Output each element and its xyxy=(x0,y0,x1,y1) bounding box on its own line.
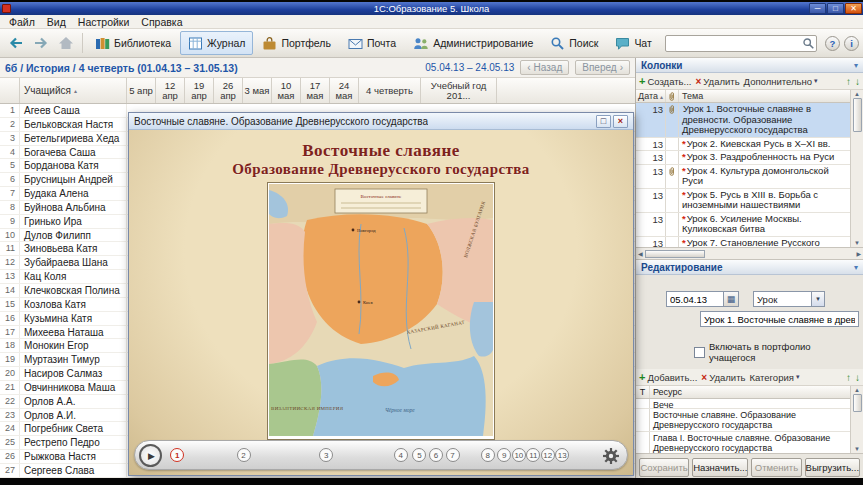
maximize-icon[interactable]: □ xyxy=(827,3,844,14)
lesson-topic-field[interactable] xyxy=(700,311,859,327)
slide-marker[interactable]: 7 xyxy=(446,448,460,462)
scroll-down-icon[interactable]: ▼ xyxy=(854,446,860,452)
resource-row[interactable]: Глава I. Восточные славяне. Образование … xyxy=(636,432,850,453)
delete-resource-button[interactable]: ×Удалить xyxy=(701,372,745,383)
lesson-type-select[interactable]: Урок ▾ xyxy=(753,291,825,307)
lesson-row[interactable]: 13 *Урок 4. Культура домонгольской Руси xyxy=(636,165,850,189)
lesson-date-field[interactable] xyxy=(666,291,724,307)
tab-admin[interactable]: Администрирование xyxy=(405,31,541,55)
tab-portfolio[interactable]: Портфель xyxy=(254,31,339,55)
minimize-icon[interactable]: ─ xyxy=(809,3,826,14)
date-column-header[interactable]: 5 апр xyxy=(127,78,156,103)
date-column-header[interactable]: 19 апр xyxy=(185,78,214,103)
settings-gear-icon[interactable] xyxy=(601,446,621,466)
move-up-icon[interactable]: ↑ xyxy=(846,76,851,87)
date-header-cell[interactable]: Дата▴ xyxy=(636,90,666,102)
lesson-row[interactable]: 13 *Урок 2. Киевская Русь в X–XI вв. xyxy=(636,138,850,152)
tab-mail[interactable]: Почта xyxy=(340,31,404,55)
scrollbar-thumb[interactable] xyxy=(853,394,862,412)
delete-column-button[interactable]: ×Удалить xyxy=(695,76,739,87)
type-header-cell[interactable]: Т xyxy=(636,386,650,398)
forward-button[interactable] xyxy=(29,31,53,55)
resource-row[interactable]: Восточные славяне. Образование Древнерус… xyxy=(636,409,850,432)
slide-marker[interactable]: 5 xyxy=(412,448,426,462)
slide-marker[interactable]: 10 xyxy=(512,448,526,462)
slide-marker[interactable]: 2 xyxy=(237,448,251,462)
cancel-button[interactable]: Отменить xyxy=(751,458,801,477)
scrollbar-thumb[interactable] xyxy=(853,98,862,132)
lesson-row[interactable]: 13 *Урок 3. Раздробленность на Руси xyxy=(636,151,850,165)
menu-help[interactable]: Справка xyxy=(135,16,188,28)
close-icon[interactable]: ✕ xyxy=(845,3,862,14)
scroll-up-icon[interactable]: ▲ xyxy=(854,387,860,393)
move-down-icon[interactable]: ↓ xyxy=(855,372,860,383)
lesson-row[interactable]: 13 *Урок 6. Усиление Москвы. Куликовская… xyxy=(636,213,850,237)
add-resource-button[interactable]: +Добавить... xyxy=(639,371,697,383)
scroll-right-icon[interactable]: ▶ xyxy=(856,250,861,257)
scroll-left-icon[interactable]: ◀ xyxy=(638,250,643,257)
assign-button[interactable]: Назначить... xyxy=(692,458,748,477)
resources-scrollbar[interactable]: ▲ ▼ xyxy=(850,386,863,453)
date-column-header[interactable]: 24 мая xyxy=(330,78,359,103)
tab-chat[interactable]: Чат xyxy=(607,31,659,55)
play-button[interactable]: ▶ xyxy=(139,444,162,467)
slide-marker[interactable]: 4 xyxy=(394,448,408,462)
columns-section-header[interactable]: Колонки ▾ xyxy=(636,58,863,73)
slide-marker[interactable]: 1 xyxy=(170,448,184,462)
back-period-button[interactable]: ‹Назад xyxy=(520,60,569,75)
lessons-hscrollbar[interactable]: ◀ ▶ xyxy=(636,248,863,260)
topic-header-cell[interactable]: Тема xyxy=(679,90,850,102)
lessons-scrollbar[interactable]: ▲ ▼ xyxy=(850,90,863,247)
edit-section-header[interactable]: Редактирование ▾ xyxy=(636,260,863,275)
popup-close-icon[interactable]: × xyxy=(613,115,628,128)
create-column-button[interactable]: +Создать... xyxy=(639,75,691,87)
move-down-icon[interactable]: ↓ xyxy=(855,76,860,87)
calendar-icon[interactable]: ▦ xyxy=(724,291,739,307)
home-button[interactable] xyxy=(54,31,78,55)
category-button[interactable]: Категория▾ xyxy=(749,372,799,383)
date-column-header[interactable]: 17 мая xyxy=(301,78,330,103)
slide-marker[interactable]: 8 xyxy=(481,448,495,462)
more-button[interactable]: Дополнительно▾ xyxy=(744,76,818,87)
search-icon[interactable] xyxy=(802,37,815,50)
collapse-icon[interactable]: ▾ xyxy=(854,263,858,272)
popup-maximize-icon[interactable]: □ xyxy=(596,115,611,128)
resource-header-cell[interactable]: Ресурс xyxy=(650,386,850,398)
back-button[interactable] xyxy=(4,31,28,55)
tab-journal[interactable]: Журнал xyxy=(180,31,253,55)
date-column-header[interactable]: 3 мая xyxy=(243,78,272,103)
attachment-header-cell[interactable] xyxy=(666,90,679,102)
resource-row[interactable]: Вече xyxy=(636,399,850,409)
date-column-header[interactable]: 12 апр xyxy=(156,78,185,103)
slide-marker[interactable]: 9 xyxy=(497,448,511,462)
date-column-header[interactable]: 26 апр xyxy=(214,78,243,103)
date-column-header[interactable]: Учебный год 201... xyxy=(421,78,497,103)
forward-period-button[interactable]: Вперед› xyxy=(575,60,630,75)
collapse-icon[interactable]: ▾ xyxy=(854,61,858,70)
tab-library[interactable]: Библиотека xyxy=(87,31,179,55)
help-button[interactable]: ? xyxy=(825,36,840,51)
slide-marker[interactable]: 13 xyxy=(555,448,569,462)
slide-marker[interactable]: 12 xyxy=(541,448,555,462)
date-column-header[interactable]: 4 четверть xyxy=(359,78,421,103)
hscrollbar-thumb[interactable] xyxy=(645,250,705,258)
menu-view[interactable]: Вид xyxy=(41,16,72,28)
scroll-down-icon[interactable]: ▼ xyxy=(854,240,860,246)
menu-file[interactable]: Файл xyxy=(3,16,41,28)
menu-settings[interactable]: Настройки xyxy=(72,16,136,28)
export-button[interactable]: Выгрузить... xyxy=(805,458,860,477)
move-up-icon[interactable]: ↑ xyxy=(846,372,851,383)
portfolio-checkbox[interactable] xyxy=(694,347,705,358)
date-column-header[interactable]: 10 мая xyxy=(272,78,301,103)
search-input[interactable] xyxy=(665,35,817,52)
scroll-up-icon[interactable]: ▲ xyxy=(854,91,860,97)
info-icon[interactable]: i xyxy=(844,36,859,51)
slide-marker[interactable]: 6 xyxy=(429,448,443,462)
slide-marker[interactable]: 11 xyxy=(526,448,540,462)
popup-titlebar[interactable]: Восточные славяне. Образование Древнерус… xyxy=(129,113,633,130)
lesson-row[interactable]: 13 Урок 1. Восточные славяне в древности… xyxy=(636,103,850,138)
lesson-row[interactable]: 13 *Урок 5. Русь в XIII в. Борьба с иноз… xyxy=(636,189,850,213)
save-button[interactable]: Сохранить xyxy=(639,458,689,477)
slide-marker[interactable]: 3 xyxy=(319,448,333,462)
lesson-row[interactable]: 13 *Урок 7. Становление Русского единого… xyxy=(636,237,850,248)
